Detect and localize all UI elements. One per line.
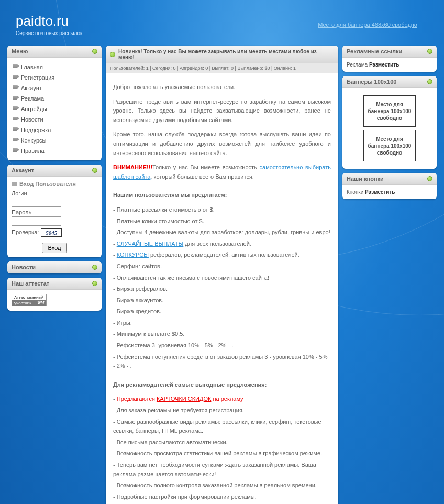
- banner-slot-2[interactable]: Место длябаннера 100х100свободно: [363, 130, 416, 161]
- account-title: Аккаунт: [12, 167, 34, 173]
- user-offer-9: Биржа кредитов.: [113, 307, 331, 316]
- wm-badge[interactable]: Аттестованный участникWM: [12, 294, 47, 306]
- main-headline: Новинка! Только у нас Вы можете закрыват…: [118, 49, 334, 60]
- menu-item-5[interactable]: Новости: [12, 114, 97, 125]
- menu-item-1[interactable]: Регистрация: [12, 72, 97, 83]
- password-input[interactable]: [12, 216, 61, 226]
- attestat-title: Наш аттестат: [12, 280, 49, 287]
- collapse-icon[interactable]: [427, 49, 432, 54]
- warning-line: ВНИМАНИЕ!!!Только у нас Вы имеете возмож…: [113, 163, 331, 181]
- user-offer-4: КОНКУРСЫ рефералов, рекламодателей, акти…: [113, 250, 331, 260]
- offer-link-3[interactable]: СЛУЧАЙНЫЕ ВЫПЛАТЫ: [117, 240, 184, 247]
- users-section-title: Нашим пользователям мы предлагаем:: [113, 191, 331, 200]
- adv-offer-4: Возможность полного контроля заказанной …: [113, 481, 331, 490]
- menu-list: ГлавнаяРегистрацияАккаунтРекламаАпгрейды…: [12, 62, 97, 156]
- menu-item-3[interactable]: Реклама: [12, 93, 97, 104]
- menu-item-6[interactable]: Поддержка: [12, 125, 97, 135]
- site-subtitle: Сервис почтовых рассылок: [16, 30, 83, 36]
- banner-slot-1[interactable]: Место длябаннера 100х100свободно: [363, 95, 416, 127]
- user-offer-6: Оплачиваются так же письма с новостями н…: [113, 273, 331, 283]
- adv-items-list: Самые разнообразные виды рекламы: рассыл…: [113, 418, 331, 504]
- users-offer-list: Платные рассылки стоимостью от $.Платные…: [113, 205, 331, 371]
- user-offer-0: Платные рассылки стоимостью от $.: [113, 205, 331, 215]
- banners-box: Баннеры 100х100 Место длябаннера 100х100…: [342, 76, 437, 169]
- user-offer-5: Серфинг сайтов.: [113, 262, 331, 271]
- menu-item-4[interactable]: Апгрейды: [12, 104, 97, 114]
- banners-title: Баннеры 100х100: [347, 79, 396, 85]
- main-content-box: Новинка! Только у нас Вы можете закрыват…: [106, 46, 338, 504]
- menu-item-8[interactable]: Правила: [12, 146, 97, 156]
- user-offer-13: Рефсистема поступления средств от заказо…: [113, 353, 331, 371]
- menu-box: Меню ГлавнаяРегистрацияАккаунтРекламаАпг…: [7, 46, 102, 160]
- news-title: Новости: [12, 264, 36, 270]
- news-box: Новости: [7, 261, 102, 273]
- account-box: Аккаунт Вход Пользователя Логин Пароль П…: [7, 165, 102, 257]
- user-offer-1: Платные клики стоимостью от $.: [113, 217, 331, 226]
- buttons-box: Наши кнопки Кнопки Разместить: [342, 173, 437, 199]
- top-banner-slot[interactable]: Место для баннера 468х60 свободно: [307, 18, 428, 31]
- adv-offer-3: Теперь вам нет необходимости сутками жда…: [113, 461, 331, 479]
- captcha-image: 5045: [41, 228, 62, 237]
- collapse-icon[interactable]: [92, 265, 97, 270]
- user-offer-8: Биржа аккаунтов.: [113, 296, 331, 305]
- menu-item-7[interactable]: Конкурсы: [12, 135, 97, 146]
- adv-offer-1: Все письма рассылаются автоматически.: [113, 438, 331, 447]
- menu-item-0[interactable]: Главная: [12, 62, 97, 72]
- adv-cards-line: Предлагаются КАРТОЧКИ СКИДОК на рекламу: [113, 395, 331, 404]
- captcha-label: Проверка:: [12, 229, 39, 235]
- collapse-icon[interactable]: [92, 281, 97, 286]
- user-offer-3: СЛУЧАЙНЫЕ ВЫПЛАТЫ для всех пользователей…: [113, 239, 331, 249]
- collapse-icon[interactable]: [427, 79, 432, 84]
- captcha-input[interactable]: [64, 228, 87, 237]
- collapse-icon[interactable]: [92, 49, 97, 54]
- login-label: Логин: [12, 190, 97, 196]
- login-heading: Вход Пользователя: [12, 181, 97, 187]
- main-headline-bar: Новинка! Только у нас Вы можете закрыват…: [106, 46, 338, 63]
- adv-section-title: Для рекламодателей самые выгодные предло…: [113, 380, 331, 390]
- ad-links-title: Рекламные ссылки: [347, 48, 402, 54]
- user-offer-10: Игры.: [113, 319, 331, 328]
- place-button-link[interactable]: Разместить: [365, 189, 395, 195]
- adv-offer-list: Предлагаются КАРТОЧКИ СКИДОК на рекламу …: [113, 395, 331, 415]
- welcome-p2: Разрешите представить вам интернет-ресур…: [113, 97, 331, 125]
- collapse-icon[interactable]: [427, 176, 432, 181]
- collapse-icon[interactable]: [92, 168, 97, 173]
- buttons-title: Наши кнопки: [347, 176, 384, 182]
- user-offer-7: Биржа рефералов.: [113, 284, 331, 294]
- attestat-box: Наш аттестат Аттестованный участникWM: [7, 278, 102, 311]
- user-offer-11: Минимум к выплате $0.5.: [113, 330, 331, 339]
- login-button[interactable]: Вход: [42, 243, 68, 253]
- offer-link-4[interactable]: КОНКУРСЫ: [117, 251, 149, 258]
- user-offer-12: Рефсистема 3- уровневая 10% - 5% - 2% - …: [113, 341, 331, 350]
- login-input[interactable]: [12, 198, 61, 207]
- adv-offer-2: Возможность просмотра статистики вашей р…: [113, 449, 331, 458]
- header: paidto.ru Сервис почтовых рассылок Место…: [0, 0, 444, 41]
- user-offer-2: Доступны 4 денежные валюты для заработко…: [113, 228, 331, 237]
- menu-title: Меню: [12, 48, 28, 54]
- welcome-p1: Добро пожаловать уважаемые пользователи.: [113, 83, 331, 92]
- place-ad-link[interactable]: Разместить: [369, 62, 399, 68]
- ad-links-box: Рекламные ссылки Реклама Разместить: [342, 46, 437, 72]
- site-title[interactable]: paidto.ru: [16, 13, 83, 29]
- adv-offer-5: Подробные настройки при формировании рек…: [113, 492, 331, 502]
- bullet-icon: [110, 52, 115, 57]
- adv-offer-0: Самые разнообразные виды рекламы: рассыл…: [113, 418, 331, 436]
- stats-bar: Пользователей: 1 | Сегодня: 0 | Апгрейдо…: [106, 63, 338, 73]
- menu-item-2[interactable]: Аккаунт: [12, 83, 97, 93]
- welcome-p3: Кроме того, наша служба поддержки всегда…: [113, 130, 331, 158]
- no-reg-line: Для заказа рекламы не требуется регистра…: [117, 407, 244, 413]
- password-label: Пароль: [12, 209, 97, 215]
- cards-link[interactable]: КАРТОЧКИ СКИДОК: [157, 396, 212, 402]
